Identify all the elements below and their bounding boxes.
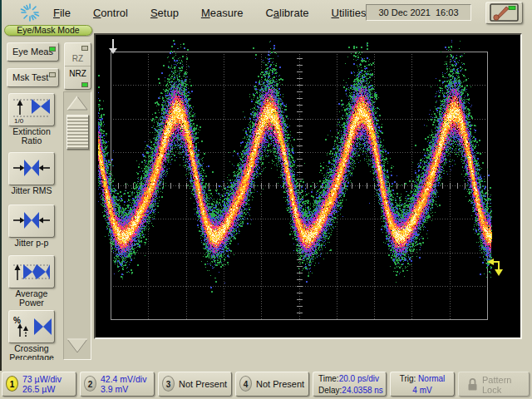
extinction-ratio-icon: 1/0 [12,96,52,124]
channel-4-panel[interactable]: 4 Not Present [235,372,309,397]
menu-label-mnemonic: M [201,7,210,19]
channel-3-readout: Not Present [179,379,227,389]
trigger-level-line: 4 mV [391,384,454,396]
measurement-average-power: Average Power [2,255,61,308]
pattern-lock-line2: Lock [482,385,511,395]
channel-1-panel[interactable]: 1 73 µW/div 26.5 µW [2,372,76,397]
menu-items: File Control Setup Measure Calibrate Uti… [53,0,411,25]
rz-label: RZ [72,54,83,63]
timebase-panel[interactable]: Time:20.0 ps/div Delay:24.0358 ns [313,372,387,397]
time-reference-marker-icon[interactable] [107,38,119,55]
channel-3-badge: 3 [162,376,175,392]
average-power-icon [12,260,52,283]
measurement-label: Average Power [2,289,61,308]
msk-test-led [49,72,56,77]
nrz-button[interactable]: NRZ [65,66,91,89]
menu-label-post: librate [279,7,308,19]
menu-measure[interactable]: Measure [201,7,244,19]
channel-scale-value: 42.4 mV/div [101,374,146,384]
rz-led [81,46,88,51]
jitter-pp-icon [12,209,52,233]
channel-offset-value: 3.9 mV [101,384,146,394]
channel-offset-value: 26.5 µW [22,384,62,394]
trigger-mode-line: Trig: Normal [391,372,454,384]
touch-screen-button[interactable] [485,2,523,24]
jitter-rms-icon [12,157,52,180]
menu-label-mnemonic: C [93,7,101,19]
menu-bar: File Control Setup Measure Calibrate Uti… [0,0,532,25]
channel-4-readout: Not Present [256,379,304,389]
measurement-label: Extinction Ratio [2,127,61,145]
trigger-level-marker-icon[interactable] [485,256,504,278]
measurement-jitter-pp: Jitter p-p [2,204,61,248]
eye-meas-led [49,47,56,52]
scrollbar-thumb[interactable] [66,115,89,150]
menu-setup[interactable]: Setup [150,7,179,19]
channel-2-readout: 42.4 mV/div 3.9 mV [101,374,146,394]
channel-3-panel[interactable]: 3 Not Present [158,372,232,397]
msk-test-label: Msk Test [12,72,48,82]
channel-4-badge: 4 [239,376,252,392]
menu-label-post: etup [158,7,179,19]
channel-1-badge: 1 [6,376,18,392]
menu-label-post: ile [60,7,71,19]
crossing-percentage-icon: % [12,313,52,340]
channel-status-text: Not Present [179,379,227,389]
menu-control[interactable]: Control [93,7,128,19]
delay-label: Delay: [318,386,342,395]
menu-label-mnemonic: a [273,7,279,19]
measurement-label: Jitter RMS [2,186,61,195]
channel-status-text: Not Present [256,379,304,389]
rz-button[interactable]: RZ [65,43,91,66]
svg-text:1/0: 1/0 [14,117,24,124]
agilent-logo-icon [18,2,42,22]
channel-2-panel[interactable]: 2 42.4 mV/div 3.9 mV [80,372,155,397]
jitter-pp-button[interactable] [8,204,55,238]
channel-scale-value: 73 µW/div [22,374,62,384]
menu-utilities[interactable]: Utilities [332,7,367,19]
time-value: 20.0 ps/div [339,374,379,383]
svg-text:%: % [13,316,21,325]
menu-label-pre: C [265,7,273,19]
msk-test-button[interactable]: Msk Test [7,68,59,87]
eye-meas-label: Eye Meas [12,47,53,57]
mode-tab: Eye/Mask Mode [4,25,92,36]
rz-nrz-selector: RZ NRZ [64,42,91,90]
timebase-delay-line: Delay:24.0358 ns [313,384,386,396]
eye-diagram-display [96,35,520,337]
delay-value: 24.0358 ns [342,386,383,395]
pattern-lock-button[interactable]: Pattern Lock [458,372,530,397]
channel-1-readout: 73 µW/div 26.5 µW [22,374,62,394]
dca-application-window: File Control Setup Measure Calibrate Uti… [0,0,532,399]
trigger-mode-value: Normal [418,374,445,383]
channel-2-badge: 2 [84,376,96,392]
trigger-level-value: 4 mV [412,386,431,395]
menu-calibrate[interactable]: Calibrate [265,7,308,19]
trigger-panel[interactable]: Trig: Normal 4 mV [390,372,455,397]
scroll-up-button[interactable] [65,94,90,113]
oscilloscope-screen[interactable] [94,33,522,339]
measurement-label: Jitter p-p [2,239,61,248]
menu-label-post: ontrol [101,7,128,19]
measurement-extinction-ratio: 1/0 Extinction Ratio [2,93,61,145]
menu-label-mnemonic: U [332,7,339,19]
touch-screen-icon [486,2,522,23]
timebase-scale-line: Time:20.0 ps/div [313,372,386,384]
menu-label-mnemonic: S [150,7,158,19]
eye-meas-button[interactable]: Eye Meas [7,42,59,62]
measurement-crossing-percentage: % Crossing Percentage [2,310,61,360]
scroll-down-button[interactable] [65,336,90,355]
datetime-display: 30 Dec 2021 16:03 [366,4,471,21]
trigger-label: Trig: [400,374,416,383]
menu-file[interactable]: File [53,7,71,19]
menu-label-mnemonic: F [53,7,60,19]
extinction-ratio-button[interactable]: 1/0 [8,93,55,126]
crossing-percentage-button[interactable]: % [8,310,55,343]
measurement-jitter-rms: Jitter RMS [2,152,61,195]
menu-label-post: tilities [339,7,367,19]
measurement-label: Crossing Percentage [2,344,61,360]
sidebar: Eye Meas Msk Test RZ NRZ [0,37,94,360]
jitter-rms-button[interactable] [8,152,55,185]
pattern-lock-label: Pattern Lock [482,375,511,395]
average-power-button[interactable] [8,255,55,288]
